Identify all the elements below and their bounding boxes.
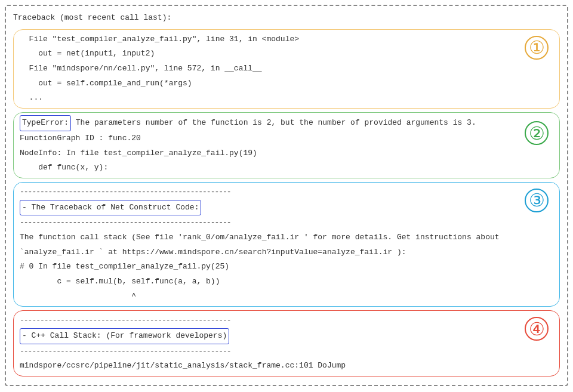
- traceback-container: Traceback (most recent call last): ① Fil…: [5, 5, 568, 386]
- section-cpp-call-stack: ④ --------------------------------------…: [13, 310, 560, 376]
- frame-0-caret: ^: [20, 289, 553, 304]
- section-typeerror: ② TypeError: The parameters number of th…: [13, 112, 560, 178]
- func-def: def func(x, y):: [20, 160, 553, 175]
- net-construct-title-row: - The Traceback of Net Construct Code:: [20, 200, 553, 216]
- traceback-ellipsis: ...: [20, 91, 553, 106]
- divider: ----------------------------------------…: [20, 344, 553, 359]
- traceback-line: out = net(input1, input2): [20, 47, 553, 61]
- cpp-stack-title: - C++ Call Stack: (For framework develop…: [20, 328, 229, 344]
- section-net-construct-traceback: ③ --------------------------------------…: [13, 182, 560, 307]
- traceback-line: File "test_compiler_analyze_fail.py", li…: [20, 32, 553, 47]
- function-graph-id: FunctionGraph ID : func.20: [20, 131, 553, 146]
- node-info: NodeInfo: In file test_compiler_analyze_…: [20, 146, 553, 161]
- traceback-header: Traceback (most recent call last):: [13, 11, 560, 26]
- badge-3: ③: [525, 189, 549, 212]
- badge-2: ②: [525, 121, 549, 145]
- call-stack-url: `analyze_fail.ir ` at https://www.mindsp…: [20, 245, 553, 260]
- error-message-text: The parameters number of the function is…: [71, 118, 476, 127]
- badge-1: ①: [525, 36, 549, 60]
- net-construct-title: - The Traceback of Net Construct Code:: [20, 200, 201, 216]
- divider: ----------------------------------------…: [20, 215, 553, 230]
- cpp-frame: mindspore/ccsrc/pipeline/jit/static_anal…: [20, 359, 553, 374]
- error-type-label: TypeError:: [20, 115, 71, 131]
- call-stack-desc: The function call stack (See file 'rank_…: [20, 230, 553, 245]
- section-python-traceback: ① File "test_compiler_analyze_fail.py", …: [13, 29, 560, 109]
- cpp-stack-title-row: - C++ Call Stack: (For framework develop…: [20, 328, 553, 344]
- frame-0-code: c = self.mul(b, self.func(a, a, b)): [20, 274, 553, 289]
- frame-0-file: # 0 In file test_compiler_analyze_fail.p…: [20, 260, 553, 274]
- divider: ----------------------------------------…: [20, 313, 553, 328]
- error-message: TypeError: The parameters number of the …: [20, 115, 553, 131]
- traceback-line: File "mindspore/nn/cell.py", line 572, i…: [20, 61, 553, 76]
- traceback-line: out = self.compile_and_run(*args): [20, 76, 553, 91]
- divider: ----------------------------------------…: [20, 185, 553, 200]
